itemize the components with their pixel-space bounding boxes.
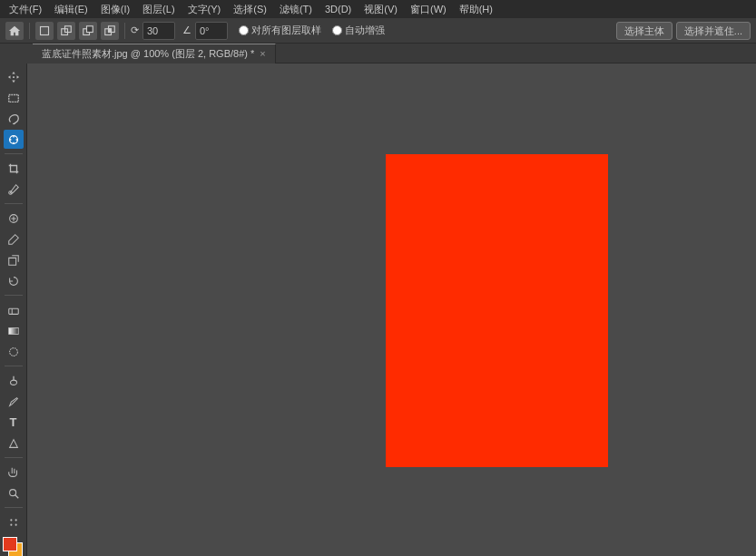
tool-history-brush[interactable] — [4, 271, 24, 290]
menu-view[interactable]: 视图(V) — [358, 2, 403, 17]
checkbox-all-layers[interactable]: 对所有图层取样 — [239, 24, 321, 37]
menu-filter[interactable]: 滤镜(T) — [274, 2, 318, 17]
tool-clone[interactable] — [4, 250, 24, 269]
tool-pen[interactable] — [4, 392, 24, 411]
feather-icon: ⟳ — [131, 24, 139, 36]
tool-healing[interactable] — [4, 209, 24, 228]
tool-hand[interactable] — [4, 463, 24, 482]
tool-blur[interactable] — [4, 342, 24, 361]
home-icon[interactable] — [5, 22, 24, 40]
tool-mode-subtract[interactable] — [79, 22, 97, 40]
separator-tools-2 — [5, 203, 23, 204]
select-subject-button[interactable]: 选择主体 — [616, 22, 673, 40]
svg-point-18 — [9, 489, 15, 495]
canvas-area — [27, 63, 756, 556]
tab-bar: 蓝底证件照素材.jpg @ 100% (图层 2, RGB/8#) * × — [33, 44, 756, 63]
tab-close-button[interactable]: × — [260, 49, 265, 59]
tool-mode-intersect[interactable] — [101, 22, 119, 40]
tool-crop[interactable] — [4, 159, 24, 178]
separator-tools-6 — [5, 507, 23, 508]
svg-rect-14 — [8, 327, 18, 334]
tool-lasso[interactable] — [4, 109, 24, 128]
red-rectangle — [386, 154, 608, 467]
separator-tools-5 — [5, 457, 23, 458]
tool-brush[interactable] — [4, 229, 24, 249]
menu-layer[interactable]: 图层(L) — [137, 2, 180, 17]
active-tab[interactable]: 蓝底证件照素材.jpg @ 100% (图层 2, RGB/8#) * × — [33, 44, 276, 63]
menu-text[interactable]: 文字(Y) — [182, 2, 227, 17]
angle-icon: ∠ — [182, 24, 191, 36]
menu-file[interactable]: 文件(F) — [4, 2, 47, 17]
angle-value[interactable]: 0° — [195, 22, 228, 40]
svg-point-20 — [10, 519, 12, 521]
tool-path-select[interactable] — [4, 434, 24, 453]
options-bar: ⟳ 30 ∠ 0° 对所有图层取样 自动增强 选择主体 选择并遮住... — [0, 18, 756, 44]
svg-point-21 — [15, 519, 16, 521]
svg-point-22 — [10, 523, 12, 525]
menu-bar: 文件(F) 编辑(E) 图像(I) 图层(L) 文字(Y) 选择(S) 滤镜(T… — [0, 0, 756, 18]
tool-text[interactable]: T — [4, 413, 24, 432]
svg-rect-0 — [41, 26, 49, 34]
svg-point-23 — [15, 523, 16, 525]
tool-zoom[interactable] — [4, 483, 24, 502]
tool-extras[interactable] — [4, 512, 24, 532]
menu-edit[interactable]: 编辑(E) — [49, 2, 93, 17]
canvas-background — [27, 63, 756, 556]
separator-1 — [29, 23, 30, 39]
svg-rect-7 — [109, 28, 112, 31]
tool-marquee[interactable] — [4, 88, 24, 107]
tool-eraser[interactable] — [4, 300, 24, 319]
menu-select[interactable]: 选择(S) — [228, 2, 272, 17]
menu-window[interactable]: 窗口(W) — [405, 2, 452, 17]
tool-dodge[interactable] — [4, 371, 24, 390]
separator-tools-3 — [5, 295, 23, 296]
svg-rect-12 — [8, 308, 18, 314]
svg-rect-8 — [8, 94, 18, 102]
separator-tools-4 — [5, 366, 23, 366]
color-swatches[interactable] — [3, 537, 25, 556]
tool-mode-new[interactable] — [35, 22, 54, 40]
menu-3d[interactable]: 3D(D) — [319, 3, 357, 15]
svg-rect-4 — [87, 25, 93, 32]
menu-image[interactable]: 图像(I) — [95, 2, 135, 17]
foreground-color-swatch[interactable] — [3, 537, 17, 551]
svg-point-16 — [10, 380, 16, 385]
tab-title: 蓝底证件照素材.jpg @ 100% (图层 2, RGB/8#) * — [42, 47, 254, 61]
svg-line-19 — [15, 494, 18, 498]
tool-quick-select[interactable] — [4, 130, 24, 149]
tool-mode-add[interactable] — [57, 22, 75, 40]
feather-value[interactable]: 30 — [142, 22, 175, 40]
left-toolbar: T — [0, 63, 27, 556]
svg-point-15 — [9, 347, 17, 356]
tool-gradient[interactable] — [4, 321, 24, 340]
separator-2 — [124, 23, 125, 39]
menu-help[interactable]: 帮助(H) — [454, 2, 498, 17]
select-mask-button[interactable]: 选择并遮住... — [676, 22, 751, 40]
tool-eyedropper[interactable] — [4, 180, 24, 199]
tool-move[interactable] — [4, 67, 24, 86]
checkbox-auto-enhance[interactable]: 自动增强 — [332, 24, 385, 37]
separator-tools-1 — [5, 153, 23, 154]
